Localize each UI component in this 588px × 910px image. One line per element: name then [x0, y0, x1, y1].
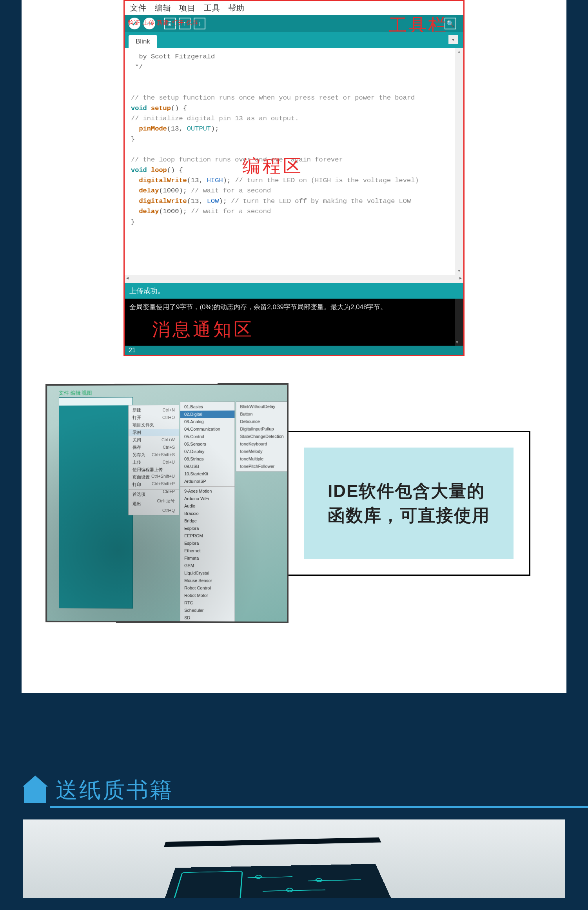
book-photo	[23, 819, 565, 898]
section-title: 送纸质书籍	[56, 776, 173, 805]
menu-item[interactable]: toneMultiple	[236, 455, 289, 463]
menu-item[interactable]: 09.USB	[180, 463, 234, 470]
menu-item[interactable]: 首选项Ctrl+逗号	[129, 491, 179, 498]
callout-line2: 函数库，可直接使用	[328, 506, 490, 525]
menu-item[interactable]: EEPROM	[180, 532, 234, 540]
menu-item[interactable]: 04.Communication	[180, 426, 234, 433]
menu-item[interactable]: Firmata	[180, 555, 234, 562]
menu-item[interactable]: Scheduler	[180, 607, 234, 615]
menu-item[interactable]: 示例	[129, 429, 179, 436]
menu-item[interactable]: DigitalInputPullup	[236, 425, 289, 433]
ide-examples-photo: 文件 编辑 视图 A ✓ ✗ □ ▣ ▤ * A ▼ ... 便笺 ▣ ▤ b(…	[45, 383, 289, 623]
menu-item[interactable]: toneMelody	[236, 448, 289, 455]
menu-item[interactable]: Audio	[180, 502, 234, 510]
toolbar-small-labels: 验证 上传 新建 打开 保存	[128, 19, 199, 27]
menu-item[interactable]: 编辑	[155, 4, 171, 12]
status-bar: 上传成功。	[125, 283, 463, 299]
menu-item[interactable]: 页面设置Ctrl+Shift+P	[129, 473, 179, 481]
menu-item[interactable]: GSM	[180, 562, 234, 569]
console-scrollbar[interactable]: ▾	[455, 299, 463, 346]
menu-item[interactable]: 10.StarterKit	[180, 470, 234, 478]
menu-item[interactable]: 02.Digital	[180, 411, 234, 418]
menu-item[interactable]: tonePitchFollower	[236, 463, 289, 470]
menu-item[interactable]: Ethernet	[180, 547, 234, 555]
ide-tab[interactable]: Blink	[129, 35, 157, 48]
menu-item[interactable]: Button	[236, 410, 289, 418]
menu-item[interactable]: 保存Ctrl+S	[129, 444, 179, 451]
menu-item[interactable]: Robot Control	[180, 584, 234, 592]
menu-item[interactable]: 01.Basics	[180, 403, 234, 410]
menu-item[interactable]: LiquidCrystal	[180, 569, 234, 577]
menu-item[interactable]: toneKeyboard	[236, 440, 289, 448]
code-annotation: 编程区	[242, 154, 303, 181]
menu-item[interactable]: ArduinoISP	[180, 478, 234, 485]
examples-submenu[interactable]: BlinkWithoutDelayButtonDebounceDigitalIn…	[236, 401, 289, 472]
menu-item[interactable]: Braccio	[180, 510, 234, 517]
section-divider	[50, 806, 588, 808]
menu-item[interactable]: Robot Motor	[180, 592, 234, 599]
menu-item[interactable]: 另存为Ctrl+Shift+S	[129, 451, 179, 459]
menu-item[interactable]: Bridge	[180, 517, 234, 525]
console: 全局变量使用了9字节，(0%)的动态内存，余留2,039字节局部变量。最大为2,…	[125, 299, 463, 346]
console-annotation: 消息通知区	[152, 317, 254, 342]
menu-item[interactable]: BlinkWithoutDelay	[236, 403, 289, 411]
menu-item[interactable]: 退出Ctrl+Q	[129, 500, 179, 508]
file-menu[interactable]: 新建Ctrl+N打开Ctrl+O项目文件夹示例关闭Ctrl+W保存Ctrl+S另…	[128, 405, 179, 515]
menu-item[interactable]: Mouse Sensor	[180, 577, 234, 584]
ide-tabbar: Blink ▾	[125, 32, 463, 48]
photo-right-text: b( A...	[268, 406, 285, 413]
examples-menu[interactable]: 01.Basics02.Digital03.Analog04.Communica…	[180, 401, 235, 623]
menu-item[interactable]: StateChangeDetection	[236, 433, 289, 440]
menu-item[interactable]: 打印Ctrl+P	[129, 481, 179, 488]
menu-item[interactable]: Debounce	[236, 418, 289, 425]
ide-menubar: 文件 编辑 项目 工具 帮助	[125, 1, 463, 15]
photo-topbar: 文件 编辑 视图	[59, 390, 92, 397]
menu-item[interactable]: RTC	[180, 599, 234, 607]
menu-item[interactable]: 05.Control	[180, 433, 234, 440]
menu-item[interactable]: 新建Ctrl+N	[129, 406, 179, 414]
callout-line1: IDE软件包含大量的	[328, 481, 485, 500]
menu-item[interactable]: 使用编程器上传Ctrl+Shift+U	[129, 466, 179, 473]
menu-item[interactable]: 项目文件夹	[129, 421, 179, 429]
menu-item[interactable]: 9-Axes Motion	[180, 487, 234, 495]
menu-item[interactable]: 07.Display	[180, 448, 234, 455]
photo-toolbar: A ✓ ✗ □ ▣ ▤ * A ▼ ... 便笺 ▣ ▤	[59, 402, 127, 408]
menu-item[interactable]: 帮助	[228, 4, 245, 12]
ide-window	[59, 397, 133, 608]
ide-footer: 21	[125, 346, 463, 355]
menu-item[interactable]: 03.Analog	[180, 418, 234, 426]
home-icon	[24, 786, 46, 803]
menu-item[interactable]: 打开Ctrl+O	[129, 414, 179, 421]
code-editor[interactable]: ▴▾ by Scott Fitzgerald */ // the setup f…	[125, 48, 463, 275]
tab-dropdown[interactable]: ▾	[448, 35, 458, 44]
ide-screenshot: 文件 编辑 项目 工具 帮助 ✓ → 🗎 ↑ ↓ 🔍 工具栏 验证 上传 新建 …	[22, 0, 566, 356]
menu-item[interactable]: 上传Ctrl+U	[129, 459, 179, 466]
menu-item[interactable]: 文件	[130, 4, 147, 12]
menu-item[interactable]: 关闭Ctrl+W	[129, 436, 179, 444]
menu-item[interactable]: 项目	[179, 4, 196, 12]
vertical-scrollbar[interactable]: ▴▾	[455, 48, 463, 275]
callout-box: IDE软件包含大量的函数库，可直接使用	[287, 431, 530, 576]
menu-item[interactable]: Esplora	[180, 540, 234, 547]
menu-item[interactable]: Esplora	[180, 525, 234, 532]
menu-item[interactable]: 06.Sensors	[180, 440, 234, 448]
menu-item[interactable]: SD	[180, 614, 234, 622]
menu-item[interactable]: 工具	[204, 4, 220, 12]
menu-item[interactable]: Arduino WiFi	[180, 495, 234, 502]
horizontal-scrollbar[interactable]: ◂▸	[125, 275, 463, 283]
menu-item[interactable]: 08.Strings	[180, 455, 234, 463]
